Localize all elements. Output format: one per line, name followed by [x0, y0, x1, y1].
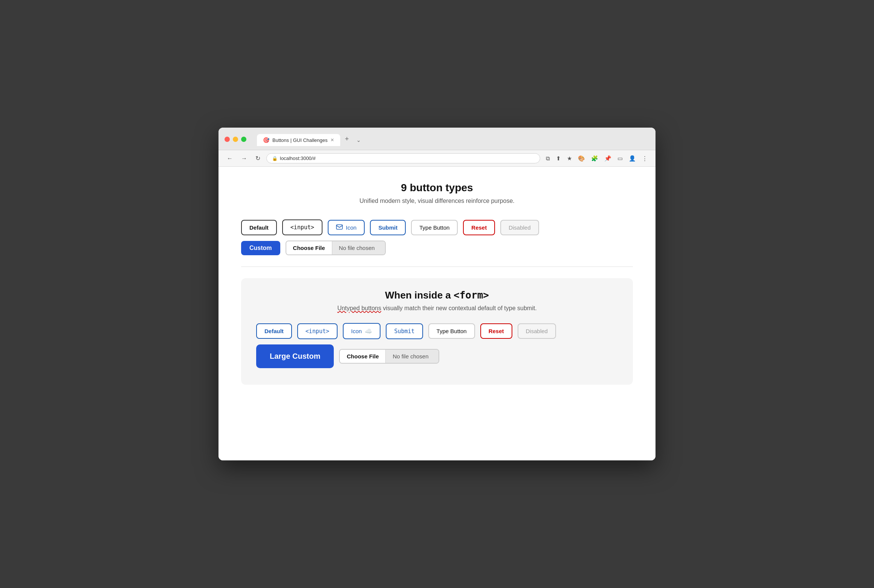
traffic-light-green[interactable]: [241, 137, 246, 142]
file-input-wrapper[interactable]: Choose File No file chosen: [286, 241, 386, 255]
external-link-icon[interactable]: ⧉: [544, 154, 552, 163]
menu-icon[interactable]: ⋮: [640, 154, 649, 163]
pin-icon[interactable]: 📌: [602, 154, 613, 163]
icon-button-label: Icon: [346, 224, 356, 231]
form-choose-file-button[interactable]: Choose File: [340, 350, 386, 363]
share-icon[interactable]: ⬆: [554, 154, 563, 163]
no-file-chosen-text: No file chosen: [332, 241, 385, 254]
large-custom-button[interactable]: Large Custom: [256, 344, 334, 368]
form-submit-button[interactable]: Submit: [386, 323, 423, 339]
tab-close-button[interactable]: ✕: [330, 137, 334, 143]
browser-titlebar: 🎯 Buttons | GUI Challenges ✕ + ⌄: [218, 128, 656, 150]
section-divider: [241, 267, 633, 267]
svg-rect-0: [336, 225, 342, 229]
lock-icon: 🔒: [272, 156, 278, 161]
profile-icon[interactable]: 👤: [627, 154, 638, 163]
form-default-button[interactable]: Default: [256, 323, 292, 339]
icon-button[interactable]: Icon: [328, 220, 365, 235]
form-title-code: <form>: [454, 289, 489, 301]
disabled-button: Disabled: [500, 220, 539, 235]
form-no-file-chosen-text: No file chosen: [386, 350, 439, 363]
form-icon-button[interactable]: Icon ☁️: [343, 323, 380, 339]
type-button[interactable]: Type Button: [411, 220, 458, 235]
button-row-2: Custom Choose File No file chosen: [241, 241, 633, 255]
form-subtitle-rest: visually match their new contextual defa…: [381, 305, 537, 311]
default-button[interactable]: Default: [241, 220, 277, 235]
traffic-light-yellow[interactable]: [233, 137, 238, 142]
form-reset-button[interactable]: Reset: [480, 323, 512, 339]
untyped-underlined: Untyped buttons: [337, 305, 381, 311]
cloud-icon: ☁️: [365, 328, 372, 335]
button-row-1: Default <input> Icon Submit Type Button …: [241, 219, 633, 235]
form-icon-button-label: Icon: [351, 328, 362, 334]
choose-file-button[interactable]: Choose File: [286, 241, 332, 254]
browser-window: 🎯 Buttons | GUI Challenges ✕ + ⌄ ← → ↻ 🔒…: [218, 128, 656, 460]
back-button[interactable]: ←: [225, 154, 235, 163]
tab-bar: 🎯 Buttons | GUI Challenges ✕ + ⌄: [257, 132, 364, 146]
form-section-title: When inside a <form>: [256, 289, 618, 301]
new-tab-button[interactable]: +: [340, 132, 353, 146]
envelope-icon: [336, 224, 343, 231]
browser-addressbar: ← → ↻ 🔒 localhost:3000/# ⧉ ⬆ ★ 🎨 🧩 📌 ▭ 👤…: [218, 150, 656, 167]
traffic-light-red[interactable]: [225, 137, 230, 142]
form-title-text: When inside a: [385, 289, 454, 301]
tab-dropdown-button[interactable]: ⌄: [353, 134, 364, 146]
page-content: 9 button types Unified modern style, vis…: [218, 167, 656, 460]
extensions-icon[interactable]: 🧩: [589, 154, 600, 163]
form-section: When inside a <form> Untyped buttons vis…: [241, 278, 633, 385]
sidebar-icon[interactable]: ▭: [616, 154, 625, 163]
bookmark-icon[interactable]: ★: [565, 154, 574, 163]
forward-button[interactable]: →: [239, 154, 249, 163]
form-section-subtitle: Untyped buttons visually match their new…: [256, 305, 618, 312]
form-button-row-1: Default <input> Icon ☁️ Submit Type Butt…: [256, 323, 618, 339]
form-button-row-2: Large Custom Choose File No file chosen: [256, 344, 618, 368]
toolbar-icons: ⧉ ⬆ ★ 🎨 🧩 📌 ▭ 👤 ⋮: [544, 154, 649, 163]
main-subtitle: Unified modern style, visual differences…: [241, 198, 633, 204]
form-input-button[interactable]: <input>: [297, 323, 338, 339]
tab-title: Buttons | GUI Challenges: [272, 137, 327, 143]
input-button[interactable]: <input>: [282, 219, 322, 235]
form-disabled-button: Disabled: [518, 323, 556, 339]
tab-favicon-icon: 🎯: [263, 137, 269, 143]
main-title: 9 button types: [241, 182, 633, 194]
browser-tab[interactable]: 🎯 Buttons | GUI Challenges ✕: [257, 134, 340, 146]
custom-button[interactable]: Custom: [241, 241, 280, 255]
form-type-button[interactable]: Type Button: [428, 323, 475, 339]
browser-controls: 🎯 Buttons | GUI Challenges ✕ + ⌄: [225, 132, 649, 146]
form-file-input-wrapper[interactable]: Choose File No file chosen: [339, 349, 439, 364]
submit-button[interactable]: Submit: [370, 220, 406, 235]
address-text: localhost:3000/#: [280, 155, 316, 161]
reset-button[interactable]: Reset: [463, 220, 495, 235]
refresh-button[interactable]: ↻: [253, 153, 263, 163]
extension-color-icon[interactable]: 🎨: [576, 154, 587, 163]
address-bar[interactable]: 🔒 localhost:3000/#: [266, 153, 540, 163]
